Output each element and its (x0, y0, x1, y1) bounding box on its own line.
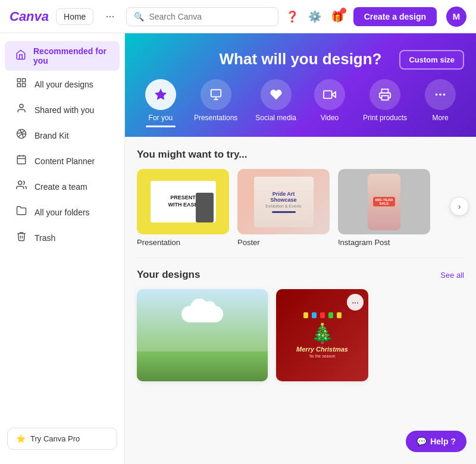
poster-subtitle: Exhibition & Events (265, 204, 301, 208)
instagram-thumbnail: MID-YEARSALE (338, 169, 430, 234)
poster-thumbnail: Pride ArtShowcase Exhibition & Events (237, 169, 330, 234)
hero-icon-video[interactable]: Video (314, 79, 345, 127)
svg-rect-3 (23, 84, 26, 87)
sidebar-item-all-designs[interactable]: All your designs (5, 72, 120, 96)
try-pro-button[interactable]: ⭐ Try Canva Pro (7, 428, 117, 450)
hero-icon-social-media[interactable]: Social media (255, 79, 296, 127)
logo-text: Canva (10, 9, 49, 24)
home-button[interactable]: Home (56, 8, 93, 25)
social-media-icon-circle (261, 79, 292, 110)
svg-rect-15 (382, 96, 389, 100)
content-area: You might want to try... PRESENTWITH EAS… (125, 137, 476, 393)
light-blue (312, 312, 317, 318)
team-icon (15, 180, 27, 193)
header-more-button[interactable]: ··· (101, 8, 119, 25)
next-arrow-button[interactable]: › (450, 196, 469, 215)
try-pro-label: Try Canva Pro (30, 434, 80, 443)
sidebar-item-shared[interactable]: Shared with you (5, 98, 120, 122)
sidebar-item-recommended[interactable]: Recommended for you (5, 41, 120, 71)
sidebar-item-label: All your folders (35, 208, 90, 217)
design-card-landscape[interactable] (137, 289, 268, 381)
hero-icon-presentations[interactable]: Presentations (194, 79, 237, 127)
star-icon: ⭐ (16, 434, 26, 443)
trash-icon (15, 231, 27, 244)
sale-badge: MID-YEARSALE (373, 197, 396, 206)
design-card-christmas[interactable]: 🎄 Merry Christmas 'tis the season ··· (276, 289, 368, 381)
instagram-content: MID-YEARSALE (368, 174, 400, 230)
svg-rect-12 (211, 90, 221, 97)
settings-icon-button[interactable]: ⚙️ (308, 10, 321, 23)
christmas-lights (303, 312, 342, 318)
sidebar-item-create-team[interactable]: Create a team (5, 174, 120, 199)
designs-grid: 🎄 Merry Christmas 'tis the season ··· (137, 289, 464, 381)
sidebar-item-brand[interactable]: Brand Kit (5, 123, 120, 148)
create-design-button[interactable]: Create a design (353, 7, 437, 26)
svg-point-18 (443, 93, 446, 96)
search-bar: 🔍 (126, 7, 278, 26)
christmas-tree-icon: 🎄 (311, 322, 334, 344)
sidebar-item-content-planner[interactable]: Content Planner (5, 149, 120, 173)
poster-inner: Pride ArtShowcase Exhibition & Events (254, 177, 314, 227)
try-card-instagram[interactable]: MID-YEARSALE Instagram Post (338, 169, 430, 247)
poster-title-text: Pride ArtShowcase (270, 191, 296, 203)
video-label: Video (321, 114, 339, 122)
try-cards: PRESENTWITH EASE Presentation Pride ArtS… (137, 169, 464, 247)
header: Canva Home ··· 🔍 ❓ ⚙️ 🎁 Create a design … (0, 0, 476, 33)
hero-icon-for-you[interactable]: For you (145, 79, 176, 127)
sidebar-item-label: Create a team (35, 182, 87, 192)
design-card-more-button[interactable]: ··· (347, 294, 364, 311)
see-all-link[interactable]: See all (440, 271, 464, 280)
presentation-inner: PRESENTWITH EASE (151, 181, 216, 222)
pres-person-figure (196, 193, 214, 222)
hero-icon-more[interactable]: More (425, 79, 456, 127)
video-icon-circle (314, 79, 345, 110)
svg-point-10 (18, 181, 22, 184)
xmas-subtitle: 'tis the season (309, 354, 336, 358)
light-yellow2 (337, 312, 342, 318)
help-icon-button[interactable]: ❓ (286, 10, 299, 23)
pres-text: PRESENTWITH EASE (168, 195, 198, 208)
light-yellow (303, 312, 308, 318)
logo: Canva (10, 9, 49, 24)
presentations-icon-circle (201, 79, 231, 110)
avatar[interactable]: M (446, 7, 466, 27)
user-icon (15, 103, 27, 117)
try-card-poster[interactable]: Pride ArtShowcase Exhibition & Events Po… (237, 169, 330, 247)
search-input[interactable] (149, 12, 270, 21)
poster-divider (272, 211, 296, 213)
try-card-label: Presentation (137, 238, 229, 247)
for-you-label: For you (149, 114, 173, 122)
custom-size-button[interactable]: Custom size (399, 50, 464, 70)
home-icon (15, 49, 26, 63)
svg-marker-11 (155, 89, 167, 100)
designs-section-title: Your designs (137, 269, 200, 281)
gift-icon-button[interactable]: 🎁 (331, 10, 344, 23)
layout: Recommended for you All your designs Sha… (0, 33, 476, 464)
hero-banner: What will you design? Custom size For yo… (125, 33, 476, 137)
sidebar-item-label: Shared with you (35, 105, 94, 115)
phone-mockup: MID-YEARSALE (368, 174, 400, 230)
calendar-icon (15, 154, 27, 168)
light-red (320, 312, 325, 318)
svg-marker-13 (332, 92, 336, 97)
svg-rect-6 (17, 156, 26, 164)
merry-christmas-text: Merry Christmas (296, 346, 348, 353)
sidebar-item-label: Content Planner (35, 156, 95, 166)
designs-header: Your designs See all (137, 269, 464, 281)
sidebar-item-trash[interactable]: Trash (5, 225, 120, 250)
more-label: More (432, 114, 448, 122)
gift-badge (340, 8, 346, 14)
try-card-label: Instagram Post (338, 238, 430, 247)
svg-rect-2 (17, 84, 20, 87)
hero-icon-print[interactable]: Print products (363, 79, 407, 127)
hero-icons: For you Presentations Social media (143, 79, 458, 137)
svg-rect-0 (17, 79, 20, 81)
print-icon-circle (369, 79, 400, 110)
sidebar-item-label: All your designs (35, 80, 93, 89)
try-card-presentation[interactable]: PRESENTWITH EASE Presentation (137, 169, 229, 247)
sidebar-item-folders[interactable]: All your folders (5, 200, 120, 224)
section-divider (137, 258, 464, 258)
ground-shape (137, 352, 268, 381)
help-button[interactable]: 💬 Help ? (406, 431, 466, 452)
svg-rect-1 (23, 79, 26, 81)
